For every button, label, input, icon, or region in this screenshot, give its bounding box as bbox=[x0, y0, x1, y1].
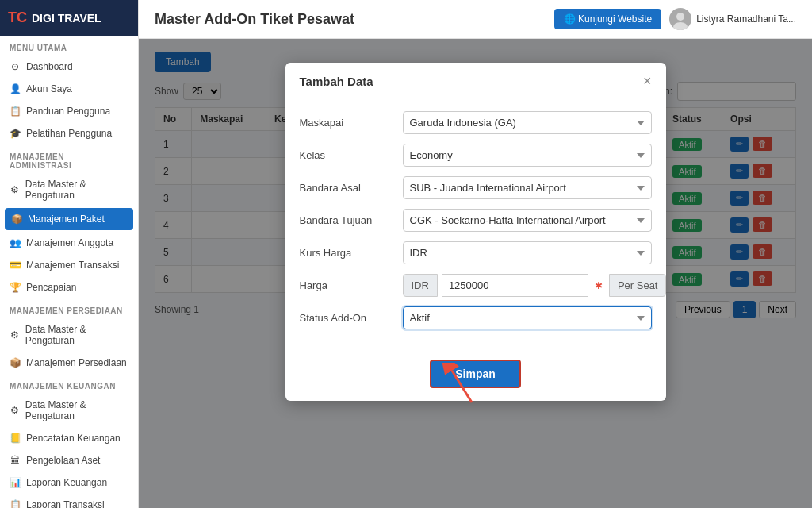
harga-input[interactable] bbox=[442, 274, 588, 297]
transaction-icon: 💳 bbox=[10, 260, 21, 271]
sidebar-item-manajemen-persediaan[interactable]: 📦 Manajemen Persediaan bbox=[0, 352, 138, 374]
globe-icon: 🌐 bbox=[564, 13, 576, 25]
sidebar-item-pengelolaan-aset[interactable]: 🏛 Pengelolaan Aset bbox=[0, 449, 138, 471]
sidebar-item-label: Manajemen Paket bbox=[28, 214, 105, 225]
bandara-asal-label: Bandara Asal bbox=[300, 182, 403, 194]
bandara-tujuan-select[interactable]: CGK - Soekarno-Hatta International Airpo… bbox=[403, 209, 652, 232]
members-icon: 👥 bbox=[10, 237, 21, 248]
sidebar-item-pelatihan[interactable]: 🎓 Pelatihan Pengguna bbox=[0, 122, 138, 144]
sidebar-item-panduan[interactable]: 📋 Panduan Pengguna bbox=[0, 100, 138, 122]
modal-title: Tambah Data bbox=[300, 75, 373, 88]
sidebar-item-label: Data Master & Pengaturan bbox=[25, 399, 128, 421]
package-icon: 📦 bbox=[11, 214, 22, 225]
user-info: Listyra Ramadhani Ta... bbox=[669, 8, 796, 30]
modal-dialog: Tambah Data × Maskapai Garuda Indonesia … bbox=[285, 63, 666, 401]
sidebar-item-datamaster-keuangan[interactable]: ⚙ Data Master & Pengaturan bbox=[0, 394, 138, 427]
visit-label: Kunjungi Website bbox=[578, 13, 652, 25]
settings-icon3: ⚙ bbox=[10, 405, 20, 416]
status-row: Status Add-On Aktif bbox=[300, 306, 652, 329]
sidebar-item-manajemen-anggota[interactable]: 👥 Manajemen Anggota bbox=[0, 232, 138, 254]
visit-website-button[interactable]: 🌐 Kunjungi Website bbox=[554, 9, 662, 29]
manajemen-keuangan-title: MANAJEMEN KEUANGAN bbox=[0, 374, 138, 394]
inventory-icon: 📦 bbox=[10, 357, 21, 368]
page-title: Master Add-On Tiket Pesawat bbox=[155, 11, 354, 28]
sidebar-item-label: Pencapaian bbox=[26, 282, 76, 293]
avatar bbox=[669, 8, 691, 30]
kurs-label: Kurs Harga bbox=[300, 247, 403, 259]
manajemen-keuangan-section: MANAJEMEN KEUANGAN ⚙ Data Master & Penga… bbox=[0, 374, 138, 508]
maskapai-select[interactable]: Garuda Indonesia (GA) bbox=[403, 111, 652, 134]
modal-body: Maskapai Garuda Indonesia (GA) Kelas Eco… bbox=[285, 98, 666, 352]
kurs-select[interactable]: IDR bbox=[403, 241, 652, 264]
sidebar-item-label: Data Master & Pengaturan bbox=[25, 179, 128, 201]
status-select[interactable]: Aktif bbox=[403, 306, 652, 329]
achievement-icon: 🏆 bbox=[10, 282, 21, 293]
transaction-report-icon: 📋 bbox=[10, 499, 21, 508]
dashboard-icon: ⊙ bbox=[10, 61, 21, 72]
settings-icon2: ⚙ bbox=[10, 329, 20, 341]
harga-required-marker: ✱ bbox=[595, 280, 603, 291]
harga-prefix: IDR bbox=[403, 274, 438, 297]
manajemen-persediaan-title: MANAJEMEN PERSEDIAAN bbox=[0, 298, 138, 318]
asset-icon: 🏛 bbox=[10, 455, 21, 466]
user-icon: 👤 bbox=[10, 83, 21, 94]
sidebar-item-label: Dashboard bbox=[26, 61, 73, 72]
sidebar-logo: TC DIGI TRAVEL bbox=[0, 0, 138, 36]
harga-row: Harga IDR ✱ Per Seat bbox=[300, 274, 652, 297]
sidebar: TC DIGI TRAVEL MENU UTAMA ⊙ Dashboard 👤 … bbox=[0, 0, 139, 508]
main-content: Master Add-On Tiket Pesawat 🌐 Kunjungi W… bbox=[139, 0, 812, 508]
sidebar-item-label: Manajemen Anggota bbox=[26, 237, 113, 248]
sidebar-item-laporan-keuangan[interactable]: 📊 Laporan Keuangan bbox=[0, 471, 138, 494]
sidebar-item-dashboard[interactable]: ⊙ Dashboard bbox=[0, 56, 138, 78]
sidebar-item-label: Panduan Pengguna bbox=[26, 106, 110, 117]
modal-header: Tambah Data × bbox=[285, 63, 666, 98]
kelas-label: Kelas bbox=[300, 149, 403, 161]
manajemen-persediaan-section: MANAJEMEN PERSEDIAAN ⚙ Data Master & Pen… bbox=[0, 298, 138, 374]
kurs-row: Kurs Harga IDR bbox=[300, 241, 652, 264]
kelas-select[interactable]: Economy bbox=[403, 144, 652, 167]
report-icon: 📊 bbox=[10, 477, 21, 488]
sidebar-item-label: Pengelolaan Aset bbox=[26, 455, 100, 466]
kelas-row: Kelas Economy bbox=[300, 144, 652, 167]
training-icon: 🎓 bbox=[10, 128, 21, 139]
sidebar-item-label: Manajemen Persediaan bbox=[26, 357, 127, 368]
sidebar-item-label: Pelatihan Pengguna bbox=[26, 128, 112, 139]
bandara-asal-row: Bandara Asal SUB - Juanda International … bbox=[300, 176, 652, 199]
status-label: Status Add-On bbox=[300, 312, 403, 324]
sidebar-item-pencapaian[interactable]: 🏆 Pencapaian bbox=[0, 276, 138, 298]
guide-icon: 📋 bbox=[10, 106, 21, 117]
sidebar-item-laporan-transaksi[interactable]: 📋 Laporan Transaksi bbox=[0, 494, 138, 508]
ledger-icon: 📒 bbox=[10, 433, 21, 444]
sidebar-item-label: Laporan Transaksi bbox=[26, 499, 105, 508]
sidebar-item-label: Laporan Keuangan bbox=[26, 477, 107, 488]
modal-close-button[interactable]: × bbox=[643, 74, 652, 88]
sidebar-item-pencatatan-keuangan[interactable]: 📒 Pencatatan Keuangan bbox=[0, 427, 138, 449]
sidebar-item-label: Pencatatan Keuangan bbox=[26, 433, 121, 444]
header: Master Add-On Tiket Pesawat 🌐 Kunjungi W… bbox=[139, 0, 812, 39]
settings-icon: ⚙ bbox=[10, 184, 20, 195]
harga-suffix: Per Seat bbox=[609, 274, 667, 297]
menu-utama-title: MENU UTAMA bbox=[0, 36, 138, 56]
maskapai-row: Maskapai Garuda Indonesia (GA) bbox=[300, 111, 652, 134]
harga-group: IDR ✱ Per Seat bbox=[403, 274, 667, 297]
logo-icon: TC bbox=[8, 10, 27, 26]
bandara-asal-select[interactable]: SUB - Juanda International Airport bbox=[403, 176, 652, 199]
content-area: Tambah Show 25 Search: No Maskapai Kelas… bbox=[139, 39, 812, 508]
manajemen-admin-title: MANAJEMEN ADMINISTRASI bbox=[0, 144, 138, 173]
bandara-tujuan-row: Bandara Tujuan CGK - Soekarno-Hatta Inte… bbox=[300, 209, 652, 232]
sidebar-item-datamaster-admin[interactable]: ⚙ Data Master & Pengaturan bbox=[0, 173, 138, 206]
sidebar-item-manajemen-transaksi[interactable]: 💳 Manajemen Transaksi bbox=[0, 254, 138, 276]
simpan-button[interactable]: Simpan bbox=[430, 360, 521, 388]
bandara-tujuan-label: Bandara Tujuan bbox=[300, 214, 403, 226]
sidebar-item-label: Manajemen Transaksi bbox=[26, 260, 119, 271]
sidebar-item-akun[interactable]: 👤 Akun Saya bbox=[0, 78, 138, 100]
modal-footer: Simpan bbox=[285, 352, 666, 401]
sidebar-item-manajemen-paket[interactable]: 📦 Manajemen Paket bbox=[5, 208, 133, 230]
harga-label: Harga bbox=[300, 279, 403, 291]
modal-overlay: Tambah Data × Maskapai Garuda Indonesia … bbox=[139, 39, 812, 508]
svg-point-1 bbox=[676, 13, 684, 21]
sidebar-item-label: Data Master & Pengaturan bbox=[25, 324, 128, 346]
manajemen-admin-section: MANAJEMEN ADMINISTRASI ⚙ Data Master & P… bbox=[0, 144, 138, 298]
sidebar-item-datamaster-persediaan[interactable]: ⚙ Data Master & Pengaturan bbox=[0, 318, 138, 352]
maskapai-label: Maskapai bbox=[300, 117, 403, 129]
